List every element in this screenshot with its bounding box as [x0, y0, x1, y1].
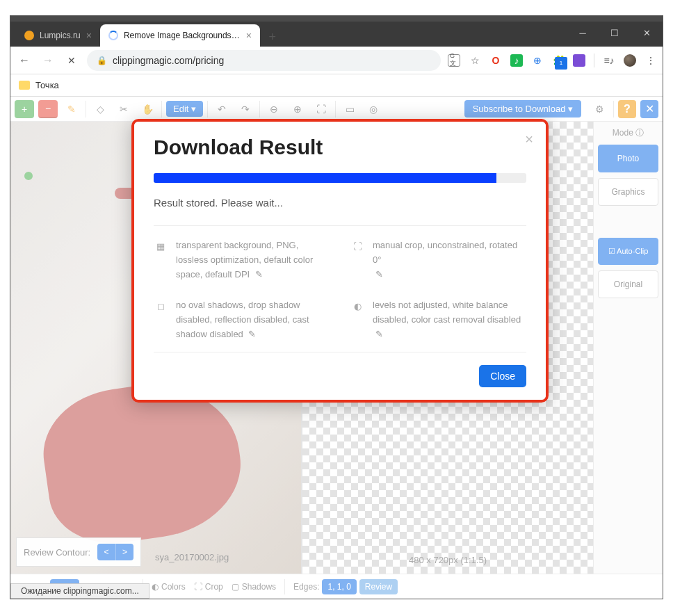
url-text: clippingmagic.com/pricing — [113, 55, 224, 66]
modal-close-button[interactable]: Close — [479, 365, 526, 387]
bookmark-star-icon[interactable]: ☆ — [469, 54, 481, 67]
tab-title: Remove Image Backgrounds Onl — [124, 31, 241, 40]
tab-title: Lumpics.ru — [40, 31, 81, 40]
back-button[interactable]: ← — [16, 52, 33, 69]
contrast-icon: ◐ — [350, 298, 364, 341]
bookmark-item[interactable]: Точка — [35, 80, 59, 90]
new-tab-button[interactable]: + — [263, 27, 282, 47]
maximize-button[interactable]: ☐ — [599, 22, 631, 44]
background-setting: ▦ transparent background, PNG, lossless … — [154, 238, 330, 282]
edit-pencil-icon[interactable]: ✎ — [375, 329, 383, 339]
lock-icon: 🔒 — [97, 56, 107, 65]
layers-icon: ▦ — [154, 238, 168, 282]
loading-spinner-icon — [108, 31, 118, 40]
download-result-modal: × Download Result Result stored. Please … — [131, 119, 549, 403]
forward-button[interactable]: → — [40, 52, 56, 69]
navigation-bar: ← → ✕ 🔒 clippingmagic.com/pricing G文 ☆ O… — [10, 47, 663, 74]
crop-icon: ⛶ — [350, 238, 364, 282]
edit-pencil-icon[interactable]: ✎ — [375, 269, 383, 279]
modal-title: Download Result — [154, 136, 526, 159]
stop-button[interactable]: ✕ — [63, 52, 80, 69]
lumpics-favicon — [24, 31, 34, 40]
crop-setting: ⛶ manual crop, unconstrained, rotated 0°… — [350, 238, 526, 282]
shadows-setting: ◻ no oval shadows, drop shadow disabled,… — [154, 298, 330, 341]
edit-pencil-icon[interactable]: ✎ — [255, 269, 263, 279]
tab-strip: Lumpics.ru × Remove Image Backgrounds On… — [10, 22, 663, 47]
progress-bar — [154, 173, 526, 183]
modal-close-icon[interactable]: × — [525, 131, 533, 147]
yandex-icon[interactable]: O — [489, 54, 502, 67]
tab-lumpics[interactable]: Lumpics.ru × — [16, 24, 100, 47]
minimize-button[interactable]: ─ — [567, 22, 599, 44]
close-tab-icon[interactable]: × — [86, 30, 92, 41]
shadow-icon: ◻ — [154, 298, 168, 341]
chrome-menu-icon[interactable]: ⋮ — [644, 54, 657, 67]
profile-avatar[interactable] — [624, 54, 636, 67]
reading-list-icon[interactable]: ≡♪ — [603, 54, 615, 67]
modal-status-text: Result stored. Please wait... — [154, 197, 526, 209]
browser-status-bar: Ожидание clippingmagic.com... — [10, 583, 149, 599]
folder-icon — [19, 81, 30, 90]
purple-extension-icon[interactable] — [573, 54, 585, 67]
close-tab-icon[interactable]: × — [246, 30, 252, 41]
levels-setting: ◐ levels not adjusted, white balance dis… — [350, 298, 526, 341]
extension-icons: G文 ☆ O ♪ ⊕ 🧩1 ≡♪ ⋮ — [448, 54, 657, 67]
address-bar[interactable]: 🔒 clippingmagic.com/pricing — [87, 50, 441, 71]
browser-window: Lumpics.ru × Remove Image Backgrounds On… — [10, 15, 663, 599]
globe-icon[interactable]: ⊕ — [531, 54, 544, 67]
close-window-button[interactable]: ✕ — [631, 22, 663, 44]
music-extension-icon[interactable]: ♪ — [510, 54, 523, 67]
translate-icon[interactable]: G文 — [448, 54, 460, 67]
extension-icon[interactable]: 🧩1 — [552, 54, 565, 67]
progress-fill — [154, 173, 496, 183]
edit-pencil-icon[interactable]: ✎ — [248, 329, 256, 339]
window-titlebar — [10, 16, 663, 22]
tab-clippingmagic[interactable]: Remove Image Backgrounds Onl × — [100, 24, 260, 47]
export-settings: ▦ transparent background, PNG, lossless … — [154, 238, 526, 342]
bookmarks-bar: Точка — [10, 74, 663, 97]
window-controls: ─ ☐ ✕ — [567, 22, 663, 44]
